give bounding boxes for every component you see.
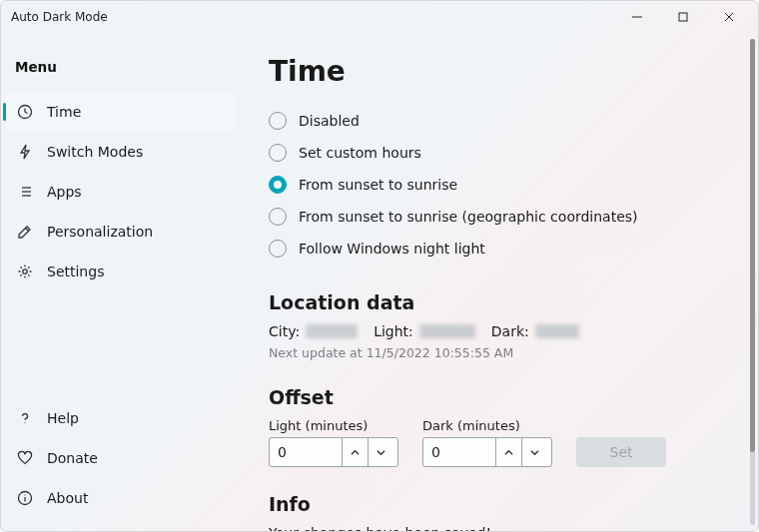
maximize-button[interactable] xyxy=(660,1,706,33)
dark-pair: Dark: xyxy=(491,323,579,339)
close-button[interactable] xyxy=(706,1,752,33)
offset-dark-input[interactable] xyxy=(423,438,495,466)
window-title: Auto Dark Mode xyxy=(11,10,614,24)
sidebar-item-label: Donate xyxy=(47,450,98,466)
radio-night-light[interactable]: Follow Windows night light xyxy=(269,240,719,258)
sidebar-item-help[interactable]: Help xyxy=(5,399,237,437)
offset-light-stepper xyxy=(269,437,398,467)
sidebar: Menu Time Switch Modes xyxy=(1,33,241,531)
svg-point-12 xyxy=(23,269,27,273)
sidebar-item-switch-modes[interactable]: Switch Modes xyxy=(5,133,237,171)
list-icon xyxy=(17,184,33,200)
sidebar-item-label: Switch Modes xyxy=(47,144,143,160)
nav-main: Time Switch Modes Apps xyxy=(1,93,241,290)
edit-icon xyxy=(17,224,33,240)
menu-heading: Menu xyxy=(1,51,241,93)
offset-heading: Offset xyxy=(269,386,719,408)
offset-dark-field: Dark (minutes) xyxy=(422,418,552,467)
minimize-icon xyxy=(632,12,642,22)
radio-custom-hours[interactable]: Set custom hours xyxy=(269,144,719,162)
radio-sunset-sunrise[interactable]: From sunset to sunrise xyxy=(269,176,719,194)
offset-row: Light (minutes) Dark (minutes) xyxy=(269,418,719,467)
svg-point-13 xyxy=(24,422,25,423)
titlebar[interactable]: Auto Dark Mode xyxy=(1,1,758,33)
scrollbar[interactable] xyxy=(750,39,755,525)
content-wrap: Time Disabled Set custom hours From suns… xyxy=(241,33,758,531)
radio-icon xyxy=(269,240,287,258)
body: Menu Time Switch Modes xyxy=(1,33,758,531)
chevron-up-icon xyxy=(504,448,513,457)
sidebar-item-about[interactable]: About xyxy=(5,479,237,517)
city-pair: City: xyxy=(269,323,358,339)
offset-light-input[interactable] xyxy=(270,438,342,466)
radio-label: Set custom hours xyxy=(299,145,421,161)
window-controls xyxy=(614,1,752,33)
nav-footer: Help Donate About xyxy=(1,399,241,517)
mode-radio-group: Disabled Set custom hours From sunset to… xyxy=(269,112,719,258)
info-message: Your changes have been saved! xyxy=(269,525,719,531)
location-heading: Location data xyxy=(269,291,719,313)
radio-icon xyxy=(269,208,287,226)
chevron-down-icon xyxy=(530,448,539,457)
sidebar-item-label: Settings xyxy=(47,264,104,279)
radio-icon xyxy=(269,176,287,194)
radio-label: From sunset to sunrise (geographic coord… xyxy=(299,209,638,225)
app-window: Auto Dark Mode Menu Time xyxy=(0,0,759,532)
sidebar-item-personalization[interactable]: Personalization xyxy=(5,213,237,251)
chevron-down-icon xyxy=(377,448,385,457)
dark-value-redacted xyxy=(535,324,579,338)
offset-light-field: Light (minutes) xyxy=(269,418,398,467)
info-heading: Info xyxy=(269,493,719,515)
sidebar-item-label: Personalization xyxy=(47,224,153,240)
radio-icon xyxy=(269,112,287,130)
light-label: Light: xyxy=(374,323,413,339)
light-pair: Light: xyxy=(374,323,475,339)
chevron-up-icon xyxy=(351,448,360,457)
clock-icon xyxy=(17,104,33,120)
location-line: City: Light: Dark: xyxy=(269,323,719,339)
gear-icon xyxy=(17,264,33,279)
next-update: Next update at 11/5/2022 10:55:55 AM xyxy=(269,345,719,360)
radio-label: Follow Windows night light xyxy=(299,241,485,257)
page-title: Time xyxy=(269,55,719,88)
info-icon xyxy=(17,490,33,506)
city-value-redacted xyxy=(306,324,358,338)
offset-dark-stepper xyxy=(422,437,552,467)
sidebar-item-apps[interactable]: Apps xyxy=(5,173,237,211)
svg-rect-1 xyxy=(679,13,687,21)
sidebar-item-label: Help xyxy=(47,410,79,426)
maximize-icon xyxy=(678,12,688,22)
radio-sunset-sunrise-geo[interactable]: From sunset to sunrise (geographic coord… xyxy=(269,208,719,226)
set-button[interactable]: Set xyxy=(576,437,666,467)
offset-dark-label: Dark (minutes) xyxy=(422,418,552,433)
heart-icon xyxy=(17,450,33,466)
dark-label: Dark: xyxy=(491,323,529,339)
radio-disabled[interactable]: Disabled xyxy=(269,112,719,130)
city-label: City: xyxy=(269,323,300,339)
sidebar-item-settings[interactable]: Settings xyxy=(5,253,237,290)
sidebar-item-time[interactable]: Time xyxy=(5,93,237,131)
step-up-button[interactable] xyxy=(342,438,368,466)
svg-point-15 xyxy=(24,494,25,495)
sidebar-item-label: Apps xyxy=(47,184,82,200)
step-down-button[interactable] xyxy=(368,438,393,466)
help-icon xyxy=(17,410,33,426)
radio-label: From sunset to sunrise xyxy=(299,177,457,193)
lightning-icon xyxy=(17,144,33,160)
radio-icon xyxy=(269,144,287,162)
minimize-button[interactable] xyxy=(614,1,660,33)
offset-light-label: Light (minutes) xyxy=(269,418,398,433)
sidebar-item-label: About xyxy=(47,490,88,506)
radio-label: Disabled xyxy=(299,113,360,129)
scrollbar-thumb[interactable] xyxy=(750,39,755,452)
close-icon xyxy=(724,12,734,22)
step-down-button[interactable] xyxy=(521,438,547,466)
sidebar-item-donate[interactable]: Donate xyxy=(5,439,237,477)
sidebar-item-label: Time xyxy=(47,104,81,120)
content: Time Disabled Set custom hours From suns… xyxy=(241,33,747,531)
step-up-button[interactable] xyxy=(495,438,521,466)
light-value-redacted xyxy=(419,324,475,338)
